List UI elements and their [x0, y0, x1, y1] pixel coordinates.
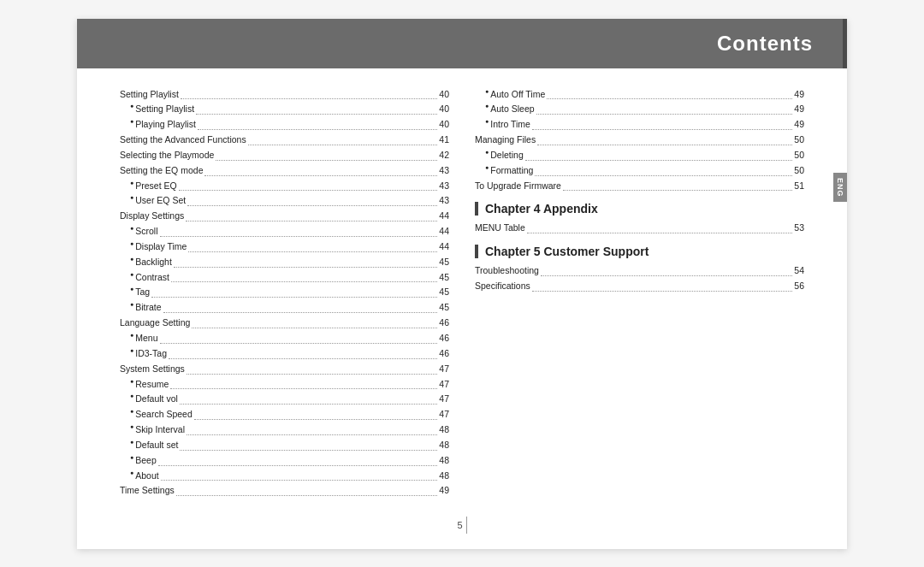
list-item: Display Time 44 [120, 239, 449, 255]
list-item: Setting the Advanced Functions 41 [120, 133, 449, 148]
page-title: Contents [717, 32, 813, 56]
header-accent [843, 19, 847, 68]
list-item: Time Settings 49 [120, 483, 449, 499]
list-item: Preset EQ 43 [120, 179, 449, 194]
chapter5-heading: Chapter 5 Customer Support [475, 245, 804, 258]
list-item: Resume 47 [120, 377, 449, 393]
list-item: Troubleshooting 54 [475, 263, 804, 279]
footer-line [466, 517, 467, 534]
header-banner: Contents [77, 19, 847, 68]
list-item: About 48 [120, 469, 449, 484]
list-item: Auto Off Time 49 [475, 87, 804, 103]
list-item: Auto Sleep 49 [475, 102, 804, 117]
list-item: Contrast 45 [120, 270, 449, 286]
eng-badge: ENG [833, 173, 847, 203]
search-speed-item: Search Speed 47 [120, 407, 449, 422]
list-item: System Settings 47 [120, 362, 449, 377]
right-column: Auto Off Time 49 Auto Sleep 49 Intro Tim… [475, 87, 804, 499]
list-item: Beep 48 [120, 453, 449, 469]
list-item: Backlight 45 [120, 255, 449, 270]
document: Contents ENG Setting Playlist 40 Setting… [77, 19, 847, 549]
list-item: Managing Files 50 [475, 133, 804, 148]
list-item: ID3-Tag 46 [120, 346, 449, 362]
list-item: Default vol 47 [120, 392, 449, 407]
page-footer: 5 [77, 517, 847, 534]
list-item: Specifications 56 [475, 279, 804, 294]
page-number: 5 [457, 520, 462, 530]
chapter4-label: Chapter 4 Appendix [485, 202, 598, 216]
list-item: User EQ Set 43 [120, 193, 449, 209]
content-area: Setting Playlist 40 Setting Playlist 40 … [77, 68, 847, 517]
list-item: Setting Playlist 40 [120, 87, 449, 103]
list-item: Default set 48 [120, 438, 449, 453]
list-item: Formatting 50 [475, 163, 804, 179]
list-item: Tag 45 [120, 285, 449, 300]
chapter4-heading: Chapter 4 Appendix [475, 202, 804, 216]
list-item: Menu 46 [120, 331, 449, 346]
chapter5-label: Chapter 5 Customer Support [485, 245, 649, 258]
list-item: MENU Table 53 [475, 221, 804, 236]
page: Contents ENG Setting Playlist 40 Setting… [0, 0, 924, 567]
list-item: Playing Playlist 40 [120, 117, 449, 133]
list-item: Display Settings 44 [120, 209, 449, 224]
list-item: Skip Interval 48 [120, 422, 449, 438]
list-item: To Upgrade Firmware 51 [475, 179, 804, 194]
list-item: Scroll 44 [120, 224, 449, 239]
list-item: Setting the EQ mode 43 [120, 163, 449, 179]
left-column: Setting Playlist 40 Setting Playlist 40 … [120, 87, 449, 499]
list-item: Intro Time 49 [475, 117, 804, 133]
list-item: Setting Playlist 40 [120, 102, 449, 117]
language-setting-item: Language Setting 46 [120, 316, 449, 331]
list-item: Bitrate 45 [120, 300, 449, 316]
list-item: Selecting the Playmode 42 [120, 148, 449, 163]
list-item: Deleting 50 [475, 148, 804, 163]
